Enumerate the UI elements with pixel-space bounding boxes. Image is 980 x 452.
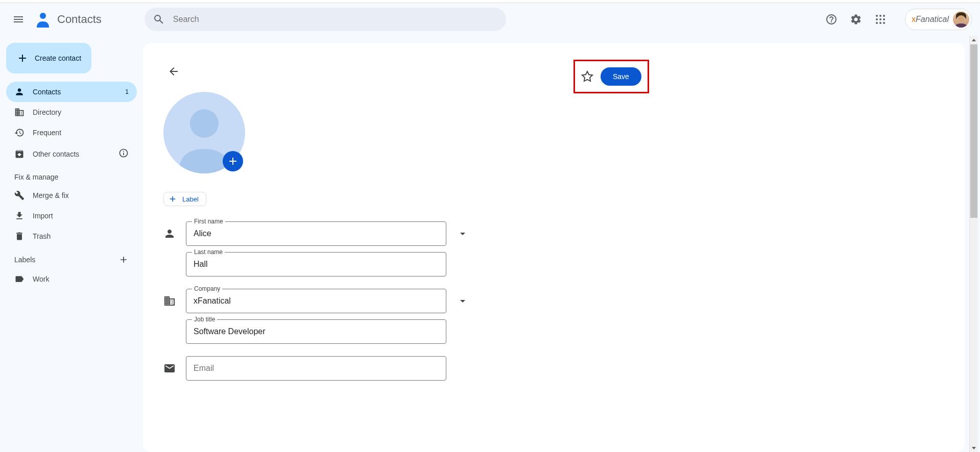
tools-icon xyxy=(14,190,25,200)
scrollbar[interactable] xyxy=(969,36,978,452)
company-label: Company xyxy=(192,285,222,292)
app-logo-section: Contacts xyxy=(33,9,102,30)
star-button[interactable] xyxy=(581,70,593,83)
fix-manage-header: Fix & manage xyxy=(6,165,137,185)
app-header: Contacts xFanatical xyxy=(0,3,980,36)
archive-icon xyxy=(14,149,25,159)
svg-point-5 xyxy=(879,18,881,20)
help-button[interactable] xyxy=(821,9,842,30)
svg-point-1 xyxy=(876,15,878,17)
svg-point-0 xyxy=(40,13,46,19)
building-icon xyxy=(14,107,25,117)
svg-point-7 xyxy=(876,22,878,24)
company-input[interactable] xyxy=(186,289,446,313)
labels-header: Labels xyxy=(6,246,137,269)
caret-up-icon xyxy=(971,38,976,43)
email-icon xyxy=(163,362,176,374)
create-contact-label: Create contact xyxy=(35,54,81,62)
contact-edit-panel: Save Label xyxy=(143,43,965,452)
person-icon xyxy=(163,228,176,240)
svg-point-4 xyxy=(876,18,878,20)
sidebar-item-frequent[interactable]: Frequent xyxy=(6,122,137,143)
sidebar-item-contacts[interactable]: Contacts 1 xyxy=(6,82,137,102)
search-input[interactable] xyxy=(173,15,498,24)
expand-company-button[interactable] xyxy=(457,295,469,307)
caret-down-icon xyxy=(971,445,976,450)
scroll-thumb[interactable] xyxy=(970,44,977,218)
building-icon xyxy=(163,295,176,307)
add-label-button[interactable]: Label xyxy=(163,192,206,206)
sidebar-item-label: Merge & fix xyxy=(33,191,69,199)
trash-icon xyxy=(14,231,25,241)
plus-icon xyxy=(168,194,177,204)
plus-icon xyxy=(227,155,239,167)
sidebar-label-work[interactable]: Work xyxy=(6,269,137,289)
email-input[interactable] xyxy=(186,356,446,381)
person-icon xyxy=(14,87,25,97)
search-bar[interactable] xyxy=(145,8,506,31)
sidebar-item-trash[interactable]: Trash xyxy=(6,226,137,246)
svg-point-3 xyxy=(883,15,885,17)
add-label-button[interactable] xyxy=(118,255,129,265)
sidebar-item-import[interactable]: Import xyxy=(6,206,137,226)
info-icon[interactable] xyxy=(118,148,129,158)
save-highlight: Save xyxy=(575,61,648,92)
svg-point-9 xyxy=(883,22,885,24)
svg-point-2 xyxy=(879,15,881,17)
scroll-down-button[interactable] xyxy=(970,443,978,452)
sidebar-item-directory[interactable]: Directory xyxy=(6,102,137,122)
settings-button[interactable] xyxy=(846,9,866,30)
apps-button[interactable] xyxy=(870,9,891,30)
arrow-back-icon xyxy=(168,65,180,78)
sidebar-item-label: Contacts xyxy=(33,88,61,96)
apps-grid-icon xyxy=(874,13,887,26)
sidebar-item-label: Other contacts xyxy=(33,150,79,158)
main-menu-button[interactable] xyxy=(6,7,31,32)
app-title: Contacts xyxy=(57,13,102,26)
star-outline-icon xyxy=(581,70,593,83)
sidebar-item-other-contacts[interactable]: Other contacts xyxy=(6,143,137,165)
label-icon xyxy=(14,274,25,284)
expand-name-button[interactable] xyxy=(457,228,469,240)
sidebar-item-label: Import xyxy=(33,212,53,220)
sidebar-item-label: Work xyxy=(33,275,49,283)
brand-text: xFanatical xyxy=(912,15,949,24)
contacts-logo-icon xyxy=(33,9,53,30)
job-title-input[interactable] xyxy=(186,319,446,344)
svg-point-11 xyxy=(190,109,219,138)
last-name-input[interactable] xyxy=(186,252,446,277)
help-icon xyxy=(825,13,838,26)
first-name-label: First name xyxy=(192,218,225,225)
svg-point-6 xyxy=(883,18,885,20)
job-title-label: Job title xyxy=(192,316,217,323)
account-badge[interactable]: xFanatical xyxy=(905,9,972,30)
sidebar-item-merge-fix[interactable]: Merge & fix xyxy=(6,185,137,206)
sidebar-item-label: Trash xyxy=(33,232,51,240)
scroll-up-button[interactable] xyxy=(970,36,978,44)
svg-point-8 xyxy=(879,22,881,24)
hamburger-icon xyxy=(12,13,25,26)
sidebar-item-label: Frequent xyxy=(33,129,61,137)
contacts-count: 1 xyxy=(125,88,129,95)
search-icon xyxy=(153,13,165,26)
back-button[interactable] xyxy=(163,61,184,82)
last-name-label: Last name xyxy=(192,248,225,256)
chevron-down-icon xyxy=(457,228,469,240)
plus-icon xyxy=(16,52,29,64)
user-avatar[interactable] xyxy=(953,11,969,28)
download-icon xyxy=(14,211,25,221)
chevron-down-icon xyxy=(457,295,469,307)
save-button[interactable]: Save xyxy=(601,67,641,86)
gear-icon xyxy=(850,13,862,26)
sidebar: Create contact Contacts 1 Directory Freq… xyxy=(0,36,143,452)
sidebar-item-label: Directory xyxy=(33,108,61,116)
history-icon xyxy=(14,128,25,138)
add-photo-button[interactable] xyxy=(223,151,243,171)
first-name-input[interactable] xyxy=(186,221,446,246)
create-contact-button[interactable]: Create contact xyxy=(6,43,91,73)
